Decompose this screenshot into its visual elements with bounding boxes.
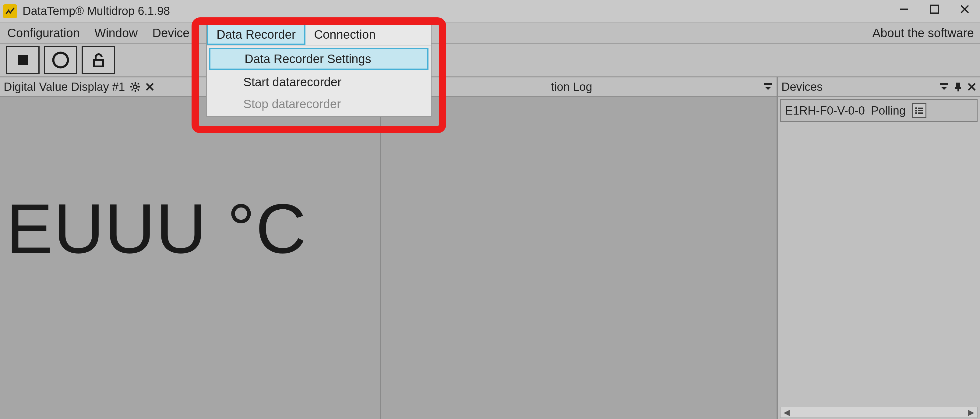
svg-line-14 [138,83,139,84]
devices-menu-icon[interactable] [939,83,949,91]
svg-rect-18 [764,83,772,85]
panel-menu-icon[interactable] [763,83,773,91]
digital-value-panel: Digital Value Display #1 EUUU °C [0,77,381,419]
lock-button[interactable] [82,46,115,74]
list-icon[interactable] [912,103,926,118]
window-controls [889,0,980,18]
gear-icon[interactable] [130,82,140,92]
toolbar [0,44,980,77]
devices-panel: Devices E1RH-F0-V-0-0 Polling [778,77,980,419]
svg-point-27 [915,107,917,109]
svg-rect-23 [955,87,961,89]
device-status: Polling [871,104,906,117]
device-name: E1RH-F0-V-0-0 [785,104,865,117]
menu-data-recorder[interactable]: Data Recorder [207,24,305,45]
log-panel-title-suffix: tion Log [551,80,592,94]
menu-window[interactable]: Window [87,22,145,43]
app-icon [3,4,17,18]
scroll-left-icon[interactable]: ◀ [781,407,793,417]
svg-rect-6 [94,60,103,67]
svg-rect-22 [956,83,960,87]
record-button[interactable] [44,46,77,74]
svg-point-5 [53,53,68,67]
svg-line-12 [132,83,133,84]
svg-rect-20 [940,83,948,85]
scroll-right-icon[interactable]: ▶ [965,407,977,417]
svg-point-31 [915,112,917,114]
window-title: DataTemp® Multidrop 6.1.98 [22,5,170,18]
close-button[interactable] [950,0,980,18]
svg-line-15 [132,89,133,91]
menu-configuration[interactable]: Configuration [0,22,87,43]
devices-body: E1RH-F0-V-0-0 Polling ◀ ▶ [778,97,980,419]
dropdown-header: Data Recorder Connection [207,24,431,45]
data-recorder-menu: Data Recorder Connection Data Recorder S… [206,24,431,117]
log-body [381,97,776,419]
menu-item-start-datarecorder[interactable]: Start datarecorder [207,71,431,93]
menu-item-stop-datarecorder[interactable]: Stop datarecorder [207,93,431,115]
main-area: Digital Value Display #1 EUUU °C tion Lo… [0,77,980,419]
devices-panel-title: Devices [781,80,822,94]
svg-marker-21 [941,87,947,90]
menubar: Configuration Window Device About the so… [0,22,980,44]
stop-button[interactable] [6,46,40,74]
devices-close-icon[interactable] [967,82,976,91]
digital-value-body: EUUU °C [0,97,380,419]
pin-icon[interactable] [954,82,963,92]
svg-rect-1 [931,5,938,13]
svg-point-29 [915,110,917,112]
devices-panel-header: Devices [778,77,980,97]
menu-connection[interactable]: Connection [305,24,384,45]
minimize-button[interactable] [889,0,919,18]
svg-rect-4 [18,55,28,65]
log-panel: tion Log [381,77,778,419]
panel-close-icon[interactable] [145,82,154,91]
svg-marker-19 [765,87,771,90]
menu-device[interactable]: Device [145,22,197,43]
horizontal-scrollbar[interactable]: ◀ ▶ [780,407,978,418]
temperature-reading: EUUU °C [6,188,307,269]
maximize-button[interactable] [919,0,950,18]
titlebar: DataTemp® Multidrop 6.1.98 [0,0,980,22]
svg-point-7 [134,85,137,89]
menu-item-data-recorder-settings[interactable]: Data Recorder Settings [209,48,428,70]
digital-value-panel-title: Digital Value Display #1 [4,80,125,94]
svg-line-13 [138,89,139,91]
device-row[interactable]: E1RH-F0-V-0-0 Polling [780,99,978,122]
log-panel-header: tion Log [381,77,776,97]
menu-about[interactable]: About the software [866,22,980,43]
